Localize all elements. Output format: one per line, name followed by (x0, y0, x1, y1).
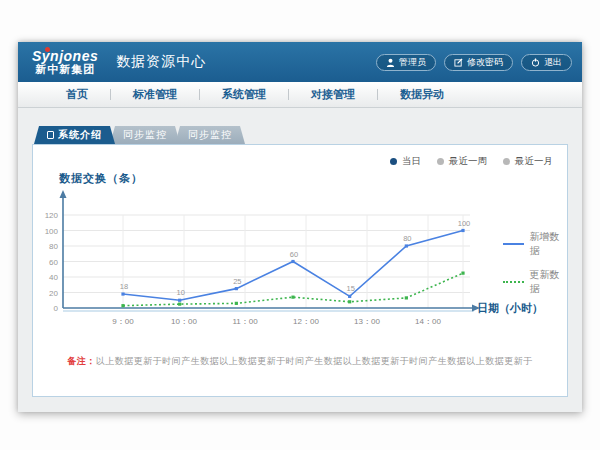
main-nav: 首页 标准管理 系统管理 对接管理 数据异动 (18, 82, 582, 108)
line-chart: 0204060801001209：0010：0011：0012：0013：001… (33, 185, 513, 335)
user-button[interactable]: 管理员 (376, 54, 436, 71)
nav-item-integration[interactable]: 对接管理 (289, 87, 377, 102)
svg-text:100: 100 (45, 227, 59, 236)
tab-sync-monitor-1[interactable]: 同步监控 (110, 126, 180, 144)
nav-item-system[interactable]: 系统管理 (200, 87, 288, 102)
power-icon (531, 58, 540, 67)
nav-item-data-changes[interactable]: 数据异动 (378, 87, 466, 102)
svg-text:25: 25 (233, 277, 241, 286)
screen: Synjones 新中新集团 数据资源中心 管理员 修改密码 (0, 0, 600, 450)
time-range-selector: 当日 最近一周 最近一月 (390, 155, 553, 168)
logout-button[interactable]: 退出 (521, 54, 572, 71)
range-option-label: 最近一周 (449, 155, 487, 168)
legend-line-solid (503, 243, 524, 245)
tab-label: 系统介绍 (58, 126, 102, 144)
svg-text:60: 60 (49, 258, 58, 267)
edit-icon (454, 58, 463, 67)
range-option-last-month[interactable]: 最近一月 (503, 155, 553, 168)
legend-item-updated-data: 更新数据 (503, 268, 567, 296)
document-icon (47, 131, 54, 139)
x-axis-title: 日期（小时） (477, 301, 543, 316)
nav-item-home[interactable]: 首页 (44, 87, 110, 102)
svg-text:9：00: 9：00 (112, 317, 134, 326)
change-password-button[interactable]: 修改密码 (444, 54, 513, 71)
svg-text:60: 60 (290, 250, 298, 259)
y-axis-title: 数据交换（条） (59, 171, 143, 186)
legend-item-new-data: 新增数据 (503, 230, 567, 258)
svg-text:13：00: 13：00 (354, 317, 380, 326)
change-password-label: 修改密码 (467, 56, 503, 69)
tab-sync-monitor-2[interactable]: 同步监控 (175, 126, 245, 144)
tab-bar: 系统介绍 同步监控 同步监控 (34, 126, 568, 144)
svg-text:80: 80 (49, 242, 58, 251)
svg-text:120: 120 (45, 211, 59, 220)
svg-text:10：00: 10：00 (171, 317, 197, 326)
legend-line-dotted (503, 281, 524, 283)
legend-label: 更新数据 (530, 268, 567, 296)
logout-label: 退出 (544, 56, 562, 69)
svg-text:0: 0 (54, 304, 59, 313)
app-window: Synjones 新中新集团 数据资源中心 管理员 修改密码 (18, 42, 582, 412)
logo-text-cn: 新中新集团 (32, 64, 98, 76)
range-option-today[interactable]: 当日 (390, 155, 421, 168)
tab-label: 同步监控 (188, 126, 232, 144)
user-icon (386, 58, 395, 67)
app-header: Synjones 新中新集团 数据资源中心 管理员 修改密码 (18, 42, 582, 82)
logo-accent-dot (45, 47, 50, 52)
header-actions: 管理员 修改密码 退出 (376, 54, 572, 71)
footnote-text: 以上数据更新于时间产生数据以上数据更新于时间产生数据以上数据更新于时间产生数据以… (96, 356, 533, 366)
footnote: 备注：以上数据更新于时间产生数据以上数据更新于时间产生数据以上数据更新于时间产生… (33, 355, 567, 368)
content-area: 系统介绍 同步监控 同步监控 当日 最近一周 (18, 108, 582, 412)
range-option-last-week[interactable]: 最近一周 (437, 155, 487, 168)
radio-icon (390, 158, 397, 165)
footnote-prefix: 备注： (67, 356, 96, 366)
svg-text:20: 20 (49, 289, 58, 298)
radio-icon (503, 158, 510, 165)
svg-text:11：00: 11：00 (232, 317, 258, 326)
legend-label: 新增数据 (530, 230, 567, 258)
tab-system-intro[interactable]: 系统介绍 (34, 126, 115, 144)
svg-text:100: 100 (458, 219, 471, 228)
logo-text-en: Synjones (32, 49, 98, 64)
svg-text:14：00: 14：00 (415, 317, 441, 326)
svg-text:18: 18 (120, 282, 128, 291)
chart-panel: 当日 最近一周 最近一月 数据交换（条） 0204060801001209：00… (32, 144, 568, 397)
svg-text:10: 10 (176, 288, 184, 297)
page-title: 数据资源中心 (116, 53, 206, 71)
user-button-label: 管理员 (399, 56, 426, 69)
svg-text:40: 40 (49, 273, 58, 282)
radio-icon (437, 158, 444, 165)
range-option-label: 当日 (402, 155, 421, 168)
tab-label: 同步监控 (123, 126, 167, 144)
chart-legend: 新增数据 更新数据 (503, 230, 567, 296)
svg-text:15: 15 (346, 284, 354, 293)
nav-item-standards[interactable]: 标准管理 (111, 87, 199, 102)
company-logo: Synjones 新中新集团 (32, 49, 98, 75)
range-option-label: 最近一月 (515, 155, 553, 168)
svg-text:80: 80 (403, 234, 411, 243)
svg-text:12：00: 12：00 (293, 317, 319, 326)
